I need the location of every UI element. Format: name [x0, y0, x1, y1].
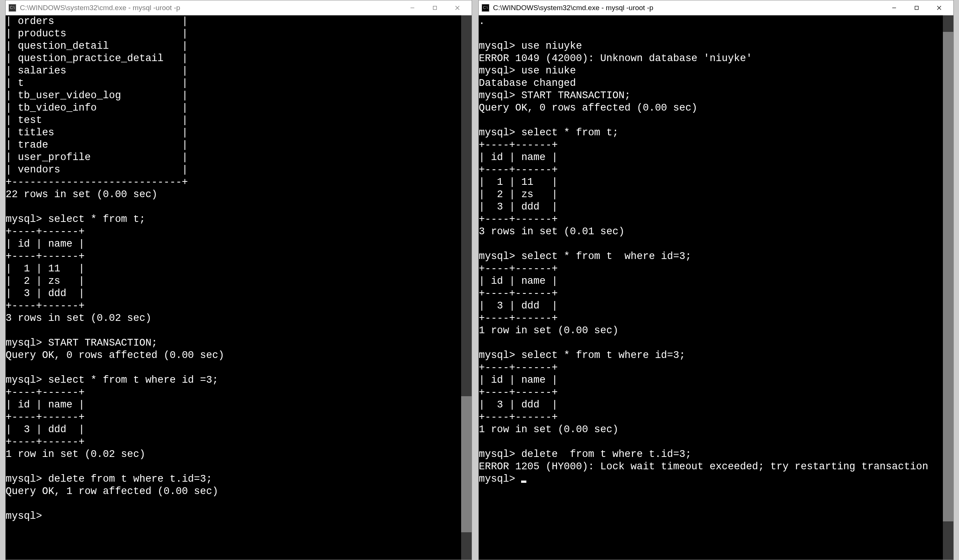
cursor-icon: [521, 480, 526, 483]
window-title-left: C:\WINDOWS\system32\cmd.exe - mysql -uro…: [20, 4, 401, 12]
terminal-window-left: C:\ C:\WINDOWS\system32\cmd.exe - mysql …: [5, 0, 472, 560]
svg-rect-1: [433, 6, 437, 10]
scrollbar-thumb[interactable]: [461, 396, 472, 532]
svg-rect-5: [915, 6, 919, 10]
close-button[interactable]: [446, 0, 468, 15]
terminal-window-right: C:\ C:\WINDOWS\system32\cmd.exe - mysql …: [478, 0, 954, 560]
terminal-body-right[interactable]: . mysql> use niuyke ERROR 1049 (42000): …: [479, 15, 953, 560]
scrollbar-left-window[interactable]: [461, 15, 472, 560]
terminal-body-left[interactable]: | orders | | products | | question_detai…: [6, 15, 472, 560]
minimize-button[interactable]: [883, 0, 905, 15]
titlebar-left[interactable]: C:\ C:\WINDOWS\system32\cmd.exe - mysql …: [6, 0, 472, 15]
close-button[interactable]: [928, 0, 950, 15]
terminal-output-right: . mysql> use niuyke ERROR 1049 (42000): …: [479, 15, 943, 560]
minimize-button[interactable]: [401, 0, 424, 15]
terminal-output-left: | orders | | products | | question_detai…: [6, 15, 461, 560]
window-title-right: C:\WINDOWS\system32\cmd.exe - mysql -uro…: [493, 4, 883, 12]
scrollbar-thumb[interactable]: [943, 32, 953, 522]
maximize-button[interactable]: [424, 0, 446, 15]
cmd-icon: C:\: [482, 4, 489, 12]
window-controls-right: [883, 0, 950, 15]
maximize-button[interactable]: [905, 0, 928, 15]
scrollbar-right-window[interactable]: [943, 15, 953, 560]
window-controls-left: [401, 0, 468, 15]
titlebar-right[interactable]: C:\ C:\WINDOWS\system32\cmd.exe - mysql …: [479, 0, 953, 15]
cmd-icon: C:\: [9, 4, 16, 12]
